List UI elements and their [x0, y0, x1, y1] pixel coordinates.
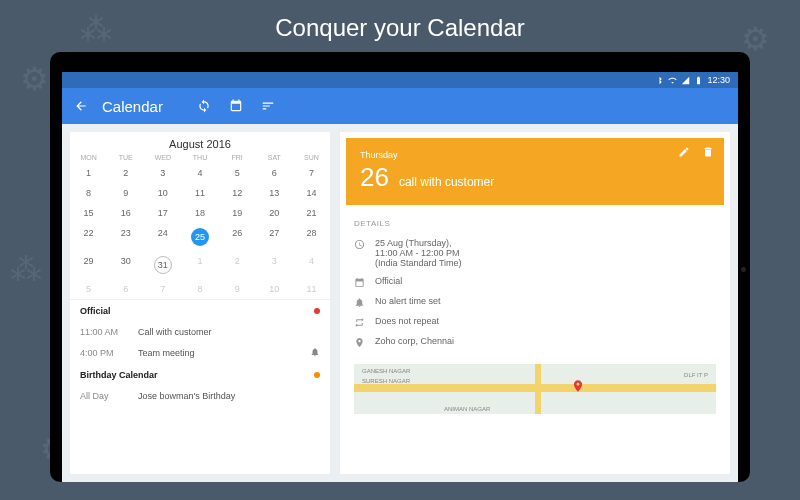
calendar-day[interactable]: 2 — [219, 251, 256, 279]
calendar-day[interactable]: 6 — [256, 163, 293, 183]
calendar-color-dot — [314, 308, 320, 314]
schedule-event-row[interactable]: 4:00 PMTeam meeting — [70, 342, 330, 364]
event-header-card: Thursday 26 call with customer — [346, 138, 724, 205]
app-toolbar: Calendar 31 — [62, 88, 738, 124]
calendar-day[interactable]: 3 — [144, 163, 181, 183]
calendar-day[interactable]: 9 — [219, 279, 256, 299]
toolbar-title: Calendar — [102, 98, 163, 115]
calendar-day[interactable]: 2 — [107, 163, 144, 183]
calendar-day[interactable]: 25 — [181, 223, 218, 251]
back-icon[interactable] — [74, 99, 88, 113]
calendar-day[interactable]: 18 — [181, 203, 218, 223]
detail-calendar-name: Official — [375, 276, 402, 286]
event-weekday: Thursday — [360, 150, 710, 160]
map-label: DLF IT P — [684, 372, 708, 378]
bluetooth-icon — [655, 76, 664, 85]
calendar-day[interactable]: 24 — [144, 223, 181, 251]
schedule-list: Official11:00 AMCall with customer4:00 P… — [70, 299, 330, 406]
schedule-section-header[interactable]: Birthday Calendar — [70, 364, 330, 386]
calendar-day[interactable]: 29 — [70, 251, 107, 279]
calendar-day[interactable]: 10 — [256, 279, 293, 299]
today-icon[interactable]: 31 — [229, 99, 243, 113]
location-map[interactable]: GANESH NAGAR SURESH NAGAR DLF IT P ANIMA… — [354, 364, 716, 414]
map-pin-icon — [571, 379, 585, 397]
calendar-day[interactable]: 21 — [293, 203, 330, 223]
calendar-day[interactable]: 22 — [70, 223, 107, 251]
month-label: August 2016 — [70, 132, 330, 152]
map-label: ANIMAN NAGAR — [444, 406, 490, 412]
detail-calendar: Official — [354, 272, 716, 292]
calendar-day[interactable]: 1 — [70, 163, 107, 183]
calendar-day[interactable]: 31 — [144, 251, 181, 279]
calendar-day[interactable]: 4 — [293, 251, 330, 279]
calendar-day[interactable]: 16 — [107, 203, 144, 223]
dow-label: WED — [144, 152, 181, 163]
detail-repeat: Does not repeat — [354, 312, 716, 332]
detail-time: 11:00 AM - 12:00 PM — [375, 248, 462, 258]
repeat-icon — [354, 317, 365, 328]
event-day-number: 26 — [360, 162, 389, 193]
clock-icon — [354, 239, 365, 250]
calendar-day[interactable]: 6 — [107, 279, 144, 299]
event-title: call with customer — [399, 175, 494, 189]
calendar-day[interactable]: 5 — [70, 279, 107, 299]
details-label: DETAILS — [354, 219, 716, 228]
dow-label: SAT — [256, 152, 293, 163]
main-content: August 2016 MONTUEWEDTHUFRISATSUN1234567… — [62, 124, 738, 482]
calendar-day[interactable]: 8 — [181, 279, 218, 299]
dow-label: TUE — [107, 152, 144, 163]
detail-location: Zoho corp, Chennai — [354, 332, 716, 352]
calendar-day[interactable]: 28 — [293, 223, 330, 251]
tablet-frame: 12:30 Calendar 31 August 2016 MONTUEWEDT… — [50, 52, 750, 482]
detail-alert-text: No alert time set — [375, 296, 441, 306]
map-label: GANESH NAGAR — [362, 368, 410, 374]
calendar-day[interactable]: 17 — [144, 203, 181, 223]
calendar-day[interactable]: 4 — [181, 163, 218, 183]
calendar-color-dot — [314, 372, 320, 378]
calendar-day[interactable]: 7 — [293, 163, 330, 183]
schedule-event-row[interactable]: All DayJose bowman's Birthday — [70, 386, 330, 406]
detail-repeat-text: Does not repeat — [375, 316, 439, 326]
calendar-day[interactable]: 13 — [256, 183, 293, 203]
calendar-grid[interactable]: MONTUEWEDTHUFRISATSUN1234567891011121314… — [70, 152, 330, 299]
detail-alert: No alert time set — [354, 292, 716, 312]
left-panel: August 2016 MONTUEWEDTHUFRISATSUN1234567… — [70, 132, 330, 474]
detail-tz: (India Standard Time) — [375, 258, 462, 268]
bell-icon — [354, 297, 365, 308]
sync-icon[interactable] — [197, 99, 211, 113]
calendar-day[interactable]: 9 — [107, 183, 144, 203]
calendar-day[interactable]: 27 — [256, 223, 293, 251]
detail-location-text: Zoho corp, Chennai — [375, 336, 454, 346]
calendar-day[interactable]: 11 — [181, 183, 218, 203]
calendar-day[interactable]: 14 — [293, 183, 330, 203]
schedule-event-row[interactable]: 11:00 AMCall with customer — [70, 322, 330, 342]
calendar-day[interactable]: 20 — [256, 203, 293, 223]
calendar-day[interactable]: 15 — [70, 203, 107, 223]
calendar-day[interactable]: 5 — [219, 163, 256, 183]
calendar-day[interactable]: 8 — [70, 183, 107, 203]
calendar-day[interactable]: 11 — [293, 279, 330, 299]
calendar-day[interactable]: 3 — [256, 251, 293, 279]
calendar-day[interactable]: 1 — [181, 251, 218, 279]
calendar-day[interactable]: 7 — [144, 279, 181, 299]
bell-icon — [310, 347, 320, 359]
calendar-day[interactable]: 23 — [107, 223, 144, 251]
detail-datetime: 25 Aug (Thursday), 11:00 AM - 12:00 PM (… — [354, 234, 716, 272]
calendar-day[interactable]: 12 — [219, 183, 256, 203]
edit-icon[interactable] — [678, 146, 690, 158]
calendar-day[interactable]: 19 — [219, 203, 256, 223]
delete-icon[interactable] — [702, 146, 714, 158]
schedule-section-header[interactable]: Official — [70, 300, 330, 322]
signal-icon — [681, 76, 690, 85]
calendar-day[interactable]: 10 — [144, 183, 181, 203]
dow-label: FRI — [219, 152, 256, 163]
tablet-camera — [741, 267, 746, 272]
calendar-icon — [354, 277, 365, 288]
calendar-day[interactable]: 26 — [219, 223, 256, 251]
calendar-day[interactable]: 30 — [107, 251, 144, 279]
sort-icon[interactable] — [261, 99, 275, 113]
wifi-icon — [668, 76, 677, 85]
svg-text:31: 31 — [233, 105, 239, 111]
dow-label: MON — [70, 152, 107, 163]
detail-date: 25 Aug (Thursday), — [375, 238, 462, 248]
